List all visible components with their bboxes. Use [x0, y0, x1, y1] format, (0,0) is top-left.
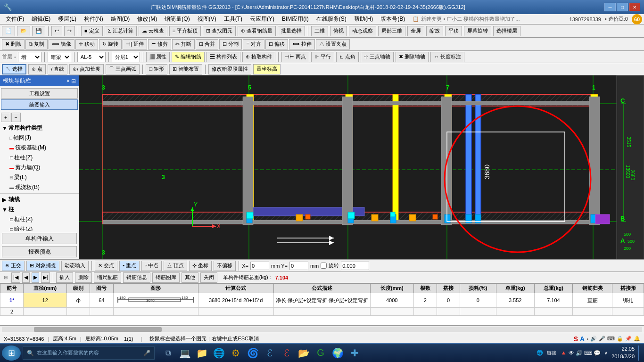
point-length-btn[interactable]: ⊙/ 点加长度 — [69, 64, 104, 74]
rebar-library-btn[interactable]: 钢筋图库 — [152, 272, 180, 283]
dynamic-view-btn[interactable]: 动态观察 — [349, 26, 376, 36]
close-btn[interactable]: ✕ — [629, 3, 640, 11]
open-btn[interactable]: 📂 — [17, 26, 30, 36]
tree-item-column[interactable]: ⊏ 柱柱(Z) — [0, 153, 79, 163]
three-axis-btn[interactable]: ⊹ 三点辅轴 — [361, 52, 394, 62]
midpoint-btn[interactable]: • 重点 — [119, 261, 140, 271]
split-btn[interactable]: ⊟ 分割 — [219, 39, 242, 49]
properties-btn[interactable]: ▦ 属性 — [146, 52, 170, 62]
pinned-app-1[interactable]: 💻 — [177, 346, 192, 361]
edit-rebar-btn[interactable]: ✎ 编辑钢筋 — [172, 52, 205, 62]
two-points-btn[interactable]: ⊣⊢ 两点 — [281, 52, 309, 62]
close-panel-btn[interactable]: 关闭 — [200, 272, 217, 283]
intersection-btn[interactable]: ✕ 交点 — [95, 261, 117, 271]
menu-version[interactable]: 版本号(B) — [377, 14, 409, 24]
view-rebar-btn[interactable]: ⊕ 查看钢筋量 — [238, 26, 276, 36]
undo-btn[interactable]: ↩ — [51, 26, 62, 36]
pinned-app-8[interactable]: 📂 — [296, 346, 311, 361]
screen-rotate-btn[interactable]: 屏幕旋转 — [464, 26, 491, 36]
break-btn[interactable]: ✂ 打断 — [172, 39, 195, 49]
tree-item-slab[interactable]: ▬ 现浇板(B) — [0, 182, 79, 192]
rebar-row-2[interactable]: 2 — [0, 308, 644, 316]
zoom-btn[interactable]: 缩放 — [426, 26, 443, 36]
beam-type-select[interactable]: 暗梁 — [48, 52, 71, 62]
pinned-app-6[interactable]: ℰ — [262, 346, 277, 361]
menu-help[interactable]: 帮助(H) — [350, 14, 377, 24]
y-input[interactable] — [289, 262, 308, 270]
stretch-btn[interactable]: ⟺ 拉伸 — [289, 39, 315, 49]
calc-btn[interactable]: Σ 汇总计算 — [105, 26, 137, 36]
offset-btn[interactable]: ⊡ 偏移 — [265, 39, 288, 49]
chevron-icon[interactable]: ∧ — [604, 350, 608, 355]
delete-btn[interactable]: ✖ 删除 — [2, 39, 25, 49]
tree-item-axisline[interactable]: ▶ 轴线 — [0, 195, 79, 205]
menu-component[interactable]: 构件(N) — [80, 14, 107, 24]
pinned-app-4[interactable]: ⚙ — [228, 346, 243, 361]
menu-online[interactable]: 在线服务(S) — [313, 14, 350, 24]
set-grip-btn[interactable]: △ 设置夹点 — [316, 39, 350, 49]
other-btn[interactable]: 其他 — [182, 272, 198, 283]
pinned-app-11[interactable]: ✚ — [347, 346, 362, 361]
report-preview-btn[interactable]: 报表预览 — [2, 246, 77, 257]
x-input[interactable] — [250, 262, 269, 270]
pinned-app-7[interactable]: ℰ — [279, 346, 294, 361]
delete-axis-btn[interactable]: ✖ 删除辅轴 — [396, 52, 429, 62]
align-top-btn[interactable]: ≡ 平齐板顶 — [169, 26, 201, 36]
2d-btn[interactable]: 二维 — [311, 26, 328, 36]
center-btn[interactable]: ◦ 中点 — [141, 261, 162, 271]
corner-btn[interactable]: ⊾ 点角 — [336, 52, 359, 62]
cloud-check-btn[interactable]: ☁ 云检查 — [139, 26, 167, 36]
modify-dark-beam-btn[interactable]: 修改暗梁段属性 — [208, 64, 251, 74]
align-btn[interactable]: ≡ 对齐 — [243, 39, 264, 49]
pick-component-btn[interactable]: ⊕ 拾取构件 — [242, 52, 275, 62]
nav-first-btn[interactable]: |◀ — [11, 272, 20, 283]
remove-tree-btn[interactable]: − — [11, 113, 21, 122]
object-snap-btn[interactable]: ⊞ 对象捕捉 — [26, 261, 59, 271]
length-mark-btn[interactable]: ↔ 长度标注 — [430, 52, 464, 62]
no-offset-btn[interactable]: 不偏移 — [214, 261, 236, 271]
local-3d-btn[interactable]: 局部三维 — [378, 26, 405, 36]
menu-edit[interactable]: 编辑(E) — [28, 14, 54, 24]
new-btn[interactable]: 📄 — [2, 26, 15, 36]
single-component-btn[interactable]: 单构件输入 — [2, 233, 77, 244]
engineering-settings-btn[interactable]: 工程设置 — [1, 88, 78, 99]
nav-last-btn[interactable]: ▶| — [41, 272, 50, 283]
line-tool-btn[interactable]: / 直线 — [48, 64, 67, 74]
floor-select[interactable]: 增 — [18, 52, 41, 62]
draw-input-btn[interactable]: 绘图输入 — [1, 99, 78, 110]
cell-diameter[interactable]: 12 — [24, 293, 67, 308]
set-elevation-btn[interactable]: 置坐标高 — [253, 64, 281, 74]
tree-item-cols[interactable]: ▼ 柱 — [0, 205, 79, 214]
menu-draw[interactable]: 绘图(D) — [107, 14, 134, 24]
search-bar[interactable]: 🔍 在这里输入你要搜索的内容 🎤 — [23, 346, 155, 360]
add-tree-btn[interactable]: + — [1, 113, 10, 122]
tree-item-dark-col[interactable]: ⊏ 暗柱(Z) — [0, 224, 79, 231]
dynamic-input-btn[interactable]: 动态输入 — [61, 261, 89, 271]
mirror-btn[interactable]: ⟺ 镜像 — [49, 39, 74, 49]
menu-modify[interactable]: 修改(M) — [133, 14, 161, 24]
point-tool-btn[interactable]: ⊙ 点 — [28, 64, 46, 74]
insert-rebar-btn[interactable]: 插入 — [56, 272, 73, 283]
three-arc-btn[interactable]: ⌒ 三点画弧 — [106, 64, 140, 74]
minimize-btn[interactable]: ─ — [604, 3, 616, 11]
scale-rebar-btn[interactable]: 缩尺配筋 — [94, 272, 121, 283]
layer-select[interactable]: 分层1 — [112, 52, 140, 62]
top-view-btn[interactable]: 俯视 — [330, 26, 347, 36]
al-select[interactable]: AL-5 — [77, 52, 106, 62]
delete-rebar-btn[interactable]: 删除 — [75, 272, 92, 283]
horizontal-scrollbar[interactable] — [2, 327, 642, 332]
pan-btn[interactable]: 平移 — [445, 26, 462, 36]
cad-drawing[interactable]: Y X 3680 C — [79, 75, 644, 259]
nav-next-btn[interactable]: ▶ — [32, 272, 39, 283]
smart-layout-btn[interactable]: ⊞ 智能布置 — [169, 64, 202, 74]
tree-item-beam[interactable]: ⊟ 梁(L) — [0, 173, 79, 182]
copy-btn[interactable]: ⧉ 复制 — [25, 39, 48, 49]
menu-cloud[interactable]: 云应用(Y) — [246, 14, 278, 24]
pinned-app-10[interactable]: 🌍 — [330, 346, 345, 361]
nav-prev-btn[interactable]: ◀ — [22, 272, 30, 283]
select-floor-btn[interactable]: 选择楼层 — [493, 26, 520, 36]
redo-btn[interactable]: ↪ — [64, 26, 75, 36]
menu-bim[interactable]: BIM应用(I) — [278, 14, 313, 24]
extend-btn[interactable]: ⊣| 延伸 — [123, 39, 147, 49]
pinned-app-3[interactable]: 🌐 — [211, 346, 226, 361]
